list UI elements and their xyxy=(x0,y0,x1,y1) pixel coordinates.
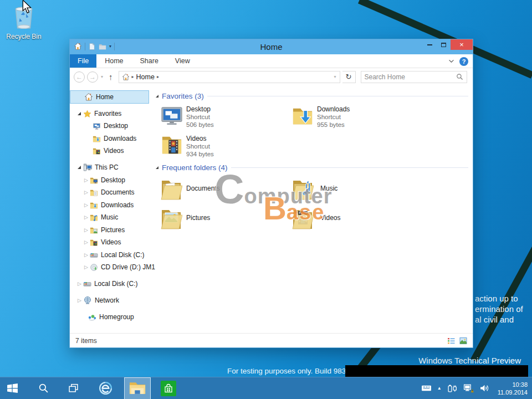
volume-icon[interactable] xyxy=(479,383,490,393)
close-icon: × xyxy=(459,40,464,49)
sidebar-item-pc-downloads[interactable]: ▷ Downloads xyxy=(70,199,149,211)
sidebar-item-pc-desktop[interactable]: ▷ Desktop xyxy=(70,174,149,186)
search-placeholder: Search Home xyxy=(365,73,456,81)
thumbnail-view-icon[interactable] xyxy=(459,337,467,345)
network-warning-icon[interactable] xyxy=(463,383,474,393)
recent-locations-chevron-icon[interactable]: ▾ xyxy=(101,74,103,79)
close-button[interactable]: × xyxy=(451,39,473,50)
breadcrumb-arrow-icon[interactable]: ▸ xyxy=(157,74,159,79)
refresh-button[interactable]: ↻ xyxy=(342,71,356,83)
sidebar-item-home[interactable]: Home xyxy=(70,90,149,104)
recycle-bin-label: Recycle Bin xyxy=(3,33,44,40)
expander-closed-icon[interactable]: ▷ xyxy=(84,202,88,208)
minimize-button[interactable] xyxy=(423,39,437,50)
task-view-button[interactable] xyxy=(61,377,85,399)
tab-home[interactable]: Home xyxy=(96,54,131,68)
folder-download-icon xyxy=(90,201,98,209)
address-box[interactable]: ▸ Home ▸ ▾ xyxy=(119,71,340,83)
file-tile-downloads[interactable]: Downloads Shortcut 955 bytes xyxy=(292,105,350,129)
windows-logo-icon xyxy=(7,382,18,394)
sidebar-item-desktop[interactable]: Desktop xyxy=(70,120,149,132)
title-bar[interactable]: ▾ Home × xyxy=(70,39,473,54)
up-button[interactable]: ↑ xyxy=(109,72,113,81)
desktop-icon xyxy=(93,122,101,130)
folder-tile-documents[interactable]: Documents xyxy=(160,176,220,201)
sidebar-item-network[interactable]: ▷ Network xyxy=(70,294,149,306)
home-icon xyxy=(84,93,93,101)
help-icon[interactable]: ? xyxy=(459,57,468,66)
power-icon[interactable] xyxy=(447,383,458,393)
file-explorer-button[interactable] xyxy=(124,377,151,399)
folder-tile-music[interactable]: Music xyxy=(291,176,337,201)
breadcrumb-arrow-icon[interactable]: ▸ xyxy=(132,74,134,79)
folder-download-icon xyxy=(93,135,101,143)
videos-folder-icon xyxy=(161,135,182,156)
address-dropdown-chevron-icon[interactable]: ▾ xyxy=(334,74,336,79)
folder-tile-pictures[interactable]: Pictures xyxy=(160,206,210,230)
expander-closed-icon[interactable]: ▷ xyxy=(78,298,81,303)
status-bar: 7 items xyxy=(70,333,473,347)
computer-icon xyxy=(83,163,92,172)
file-tile-desktop[interactable]: Desktop Shortcut 506 bytes xyxy=(161,105,214,129)
maximize-icon xyxy=(441,43,446,47)
internet-explorer-button[interactable] xyxy=(93,377,117,399)
expander-open-icon[interactable] xyxy=(78,166,81,169)
videos-folder-icon xyxy=(291,206,314,230)
tab-share[interactable]: Share xyxy=(132,54,167,68)
show-hidden-icons-arrow[interactable]: ▲ xyxy=(437,386,442,391)
folder-videos-icon xyxy=(93,147,101,155)
sidebar-item-downloads[interactable]: Downloads xyxy=(70,132,149,145)
group-collapse-icon[interactable] xyxy=(156,95,158,98)
group-header-frequent-folders[interactable]: Frequent folders (4) xyxy=(156,163,468,172)
sidebar-item-pc-videos[interactable]: ▷ Videos xyxy=(70,236,149,248)
expander-closed-icon[interactable]: ▷ xyxy=(84,264,88,270)
sidebar-item-videos[interactable]: Videos xyxy=(70,145,149,157)
details-view-icon[interactable] xyxy=(447,337,455,345)
folder-tile-videos[interactable]: Videos xyxy=(291,206,340,230)
folder-desktop-icon xyxy=(90,176,98,185)
forward-button[interactable]: → xyxy=(87,71,98,83)
sidebar-item-this-pc[interactable]: This PC xyxy=(70,161,149,173)
desktop-eula-text: action up to ermination of al civil and xyxy=(475,293,523,325)
tab-file[interactable]: File xyxy=(70,54,96,68)
touch-keyboard-icon[interactable] xyxy=(421,384,432,392)
sidebar-item-pc-documents[interactable]: ▷ Documents xyxy=(70,186,149,198)
tab-view[interactable]: View xyxy=(167,54,198,68)
taskbar: ▲ 10:38 11.09.2014 xyxy=(0,377,532,399)
sidebar-item-pc-local-disk[interactable]: ▷ Local Disk (C:) xyxy=(70,249,149,261)
back-button[interactable]: ← xyxy=(74,71,85,83)
start-button[interactable] xyxy=(0,377,24,399)
search-input[interactable]: Search Home xyxy=(361,71,467,83)
store-tile xyxy=(161,381,176,396)
minimize-icon xyxy=(427,44,432,45)
folder-pictures-icon xyxy=(90,226,98,234)
breadcrumb-home[interactable]: Home xyxy=(136,73,155,81)
breadcrumb-home-icon[interactable] xyxy=(122,73,130,81)
expander-closed-icon[interactable]: ▷ xyxy=(84,214,88,220)
expander-open-icon[interactable] xyxy=(78,112,81,115)
sidebar-item-favorites[interactable]: Favorites xyxy=(70,108,149,120)
sidebar-item-local-disk[interactable]: ▷ Local Disk (C:) xyxy=(70,278,149,290)
expander-closed-icon[interactable]: ▷ xyxy=(84,252,88,258)
maximize-button[interactable] xyxy=(437,39,451,50)
window-title: Home xyxy=(70,42,473,52)
eula-line: al civil and xyxy=(475,314,523,325)
sidebar-item-pc-pictures[interactable]: ▷ Pictures xyxy=(70,224,149,236)
expander-closed-icon[interactable]: ▷ xyxy=(78,281,81,287)
group-header-favorites[interactable]: Favorites (3) xyxy=(156,92,468,100)
group-collapse-icon[interactable] xyxy=(156,166,158,169)
search-icon[interactable] xyxy=(456,73,463,80)
sidebar-item-pc-cd-drive[interactable]: ▷ CD Drive (D:) JM1 xyxy=(70,261,149,273)
expander-closed-icon[interactable]: ▷ xyxy=(84,239,88,245)
search-button[interactable] xyxy=(31,377,55,399)
expander-closed-icon[interactable]: ▷ xyxy=(84,227,88,233)
sidebar-item-pc-music[interactable]: ▷ Music xyxy=(70,211,149,223)
sidebar-item-homegroup[interactable]: Homegroup xyxy=(70,311,149,323)
store-button[interactable] xyxy=(156,377,181,399)
expander-closed-icon[interactable]: ▷ xyxy=(84,177,88,183)
file-tile-videos[interactable]: Videos Shortcut 934 bytes xyxy=(161,135,214,158)
expander-closed-icon[interactable]: ▷ xyxy=(84,190,88,195)
disk-icon xyxy=(83,280,91,288)
expand-ribbon-chevron-icon[interactable] xyxy=(448,59,454,63)
clock[interactable]: 10:38 11.09.2014 xyxy=(498,381,528,396)
